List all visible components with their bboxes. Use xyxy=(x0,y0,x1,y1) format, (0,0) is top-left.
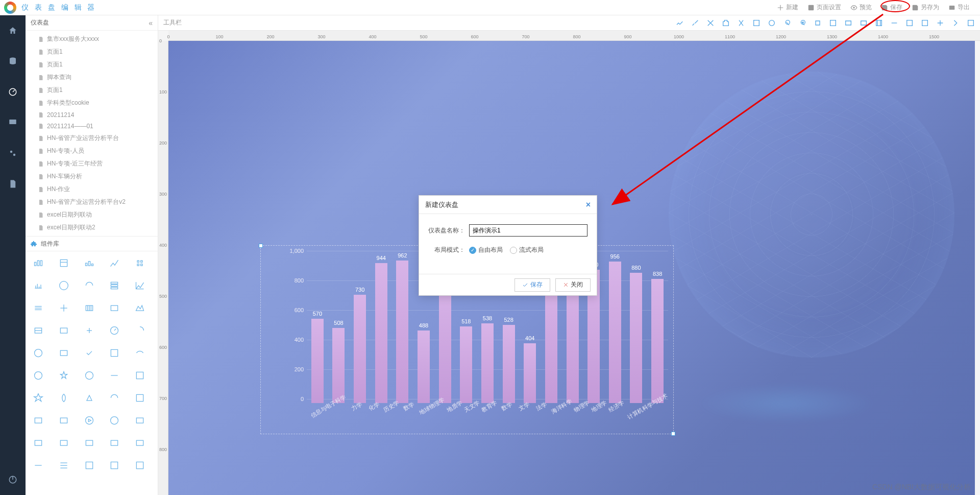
component-item[interactable] xyxy=(132,346,148,360)
new-button[interactable]: 新建 xyxy=(777,3,798,12)
toolbar-icon[interactable] xyxy=(814,19,822,27)
component-item[interactable] xyxy=(132,279,148,292)
component-item[interactable] xyxy=(31,279,46,292)
rail-monitor-icon[interactable] xyxy=(8,117,18,128)
component-item[interactable] xyxy=(56,436,71,450)
tree-item[interactable]: excel日期列联动 xyxy=(26,208,158,221)
component-item[interactable] xyxy=(132,324,148,337)
dashboard-name-input[interactable] xyxy=(469,224,587,237)
toolbar-icon[interactable] xyxy=(706,19,715,27)
component-item[interactable] xyxy=(107,436,122,450)
export-button[interactable]: 导出 xyxy=(948,3,970,12)
tree-item[interactable]: 集市xxx服务大xxxx xyxy=(26,33,158,45)
component-item[interactable] xyxy=(132,436,148,450)
rail-settings-icon[interactable] xyxy=(8,148,18,158)
toolbar-icon[interactable] xyxy=(752,19,761,27)
component-item[interactable] xyxy=(107,279,122,292)
rail-dashboard-icon[interactable] xyxy=(8,87,18,97)
modal-save-button[interactable]: 保存 xyxy=(514,278,550,292)
page-settings-button[interactable]: 页面设置 xyxy=(807,3,841,12)
modal-close-icon[interactable]: × xyxy=(586,200,591,209)
tree-item[interactable]: HN-车辆分析 xyxy=(26,170,158,183)
toolbar-icon[interactable] xyxy=(829,19,837,27)
component-item[interactable] xyxy=(82,369,97,382)
rail-home-icon[interactable] xyxy=(8,26,18,36)
component-item[interactable] xyxy=(56,256,71,270)
component-item[interactable] xyxy=(132,459,148,472)
toolbar-icon[interactable] xyxy=(890,19,898,27)
toolbar-icon[interactable] xyxy=(905,19,914,27)
layout-flow-radio[interactable]: 流式布局 xyxy=(510,246,544,254)
component-item[interactable] xyxy=(82,256,97,270)
component-item[interactable] xyxy=(82,346,97,360)
rail-power-icon[interactable] xyxy=(8,475,18,485)
component-item[interactable] xyxy=(107,391,122,405)
component-item[interactable] xyxy=(107,414,122,427)
component-item[interactable] xyxy=(82,391,97,405)
component-item[interactable] xyxy=(31,324,46,337)
toolbar-icon[interactable] xyxy=(967,19,975,27)
toolbar-icon[interactable] xyxy=(860,19,868,27)
tree-item[interactable]: HN-省管产业运营分析平台v2 xyxy=(26,196,158,208)
toolbar-icon[interactable] xyxy=(936,19,944,27)
toolbar-icon[interactable] xyxy=(722,19,730,27)
component-item[interactable] xyxy=(31,436,46,450)
component-item[interactable] xyxy=(31,301,46,315)
component-item[interactable] xyxy=(107,256,122,270)
component-item[interactable] xyxy=(107,301,122,315)
tree-item[interactable]: 学科类型cookie xyxy=(26,97,158,109)
component-item[interactable] xyxy=(82,414,97,427)
toolbar-icon[interactable] xyxy=(676,19,684,27)
toolbar-icon[interactable] xyxy=(768,19,776,27)
toolbar-icon[interactable] xyxy=(844,19,852,27)
tree-item[interactable]: HN-作业 xyxy=(26,183,158,196)
toolbar-icon[interactable] xyxy=(737,19,745,27)
component-item[interactable] xyxy=(31,414,46,427)
toolbar-icon[interactable] xyxy=(783,19,791,27)
toolbar-icon[interactable] xyxy=(875,19,883,27)
layout-free-radio[interactable]: 自由布局 xyxy=(469,246,503,254)
component-item[interactable] xyxy=(82,436,97,450)
tree-item[interactable]: HN-专项-近三年经营 xyxy=(26,157,158,170)
component-item[interactable] xyxy=(31,346,46,360)
component-item[interactable] xyxy=(82,301,97,315)
save-as-button[interactable]: 另存为 xyxy=(912,3,939,12)
tree-item[interactable]: 页面1 xyxy=(26,58,158,71)
component-item[interactable] xyxy=(56,324,71,337)
tree-item[interactable]: 页面1 xyxy=(26,45,158,58)
tree-item[interactable]: 20211214 xyxy=(26,109,158,121)
component-item[interactable] xyxy=(56,391,71,405)
component-item[interactable] xyxy=(107,346,122,360)
tree-item[interactable]: 20211214——01 xyxy=(26,121,158,132)
component-item[interactable] xyxy=(132,369,148,382)
component-item[interactable] xyxy=(56,301,71,315)
component-item[interactable] xyxy=(132,414,148,427)
preview-button[interactable]: 预览 xyxy=(850,3,872,12)
component-item[interactable] xyxy=(31,391,46,405)
collapse-icon[interactable]: « xyxy=(149,19,153,27)
toolbar-icon[interactable] xyxy=(691,19,699,27)
component-item[interactable] xyxy=(107,324,122,337)
component-item[interactable] xyxy=(31,256,46,270)
component-item[interactable] xyxy=(132,256,148,270)
component-item[interactable] xyxy=(31,369,46,382)
component-item[interactable] xyxy=(56,346,71,360)
toolbar-icon[interactable] xyxy=(951,19,960,27)
tree-item[interactable]: 页面1 xyxy=(26,84,158,97)
tree-item[interactable]: excel日期列联动2 xyxy=(26,221,158,234)
component-item[interactable] xyxy=(132,301,148,315)
component-item[interactable] xyxy=(107,459,122,472)
component-item[interactable] xyxy=(56,459,71,472)
component-item[interactable] xyxy=(82,459,97,472)
modal-close-button[interactable]: 关闭 xyxy=(555,278,591,292)
component-item[interactable] xyxy=(82,324,97,337)
component-item[interactable] xyxy=(56,414,71,427)
toolbar-icon[interactable] xyxy=(921,19,929,27)
component-item[interactable] xyxy=(31,459,46,472)
component-item[interactable] xyxy=(82,279,97,292)
rail-file-icon[interactable] xyxy=(8,179,18,189)
component-item[interactable] xyxy=(132,391,148,405)
toolbar-icon[interactable] xyxy=(798,19,806,27)
component-item[interactable] xyxy=(107,369,122,382)
tree-item[interactable]: HN-专项-人员 xyxy=(26,145,158,157)
